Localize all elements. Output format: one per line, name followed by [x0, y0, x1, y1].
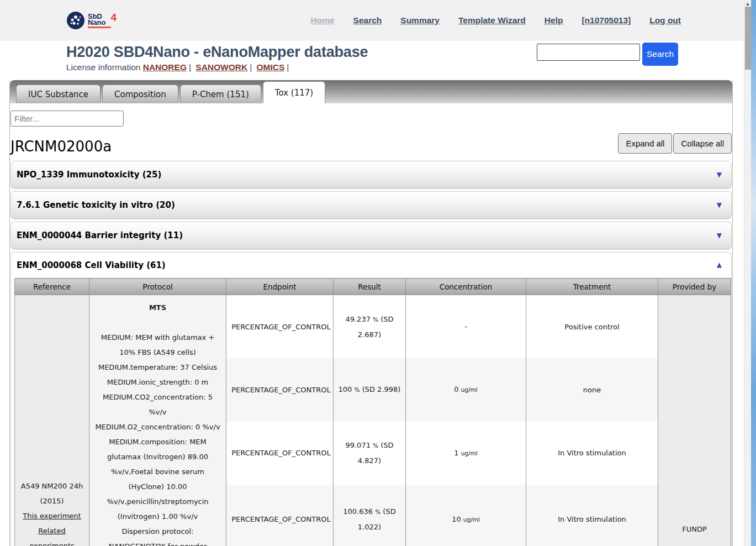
- concentration-cell: 1 ug/ml: [406, 422, 526, 485]
- table-row: A549 NM200 24h (2015) This experiment Re…: [15, 295, 731, 359]
- sbd4nano-logo[interactable]: SbD Nano 4: [66, 11, 111, 30]
- nav-link-summary[interactable]: Summary: [400, 15, 440, 25]
- col-header-provided-by: Provided by: [658, 279, 731, 295]
- result-cell: 99.071 % (SD 4.827): [334, 422, 406, 485]
- provided-by-value: FUNDP: [658, 522, 731, 537]
- tab-iuc-substance[interactable]: IUC Substance: [16, 85, 101, 103]
- protocol-cell: MTS MEDIUM: MEM with glutamax + 10% FBS …: [89, 295, 226, 546]
- chevron-down-icon: ▼: [717, 171, 722, 179]
- main-container: IUC Substance Composition P-Chem (151) T…: [9, 80, 733, 546]
- protocol-name: MTS: [95, 300, 220, 315]
- page-header: H2020 SBD4Nano - eNanoMapper database Se…: [0, 44, 744, 83]
- license-link-nanoreg[interactable]: NANOREG: [143, 62, 187, 72]
- license-label: License information: [66, 62, 140, 72]
- expand-all-button[interactable]: Expand all: [618, 133, 672, 154]
- reference-cell: A549 NM200 24h (2015) This experiment Re…: [15, 295, 89, 546]
- accordion-genetic-toxicity[interactable]: 7.6.1 Genetic toxicity in vitro (20) ▼: [10, 191, 732, 219]
- logo-molecule-icon: [66, 11, 85, 30]
- tab-tox[interactable]: Tox (117): [263, 81, 325, 103]
- nav-links: Home Search Summary Template Wizard Help…: [311, 15, 681, 25]
- treatment-cell: Positive control: [526, 295, 658, 359]
- related-experiments-link[interactable]: Related experiments: [15, 523, 89, 546]
- treatment-cell: none: [526, 358, 658, 422]
- nav-link-template-wizard[interactable]: Template Wizard: [458, 15, 526, 25]
- chevron-down-icon: ▼: [717, 232, 722, 239]
- endpoint-cell: PERCENTAGE_OF_CONTROL: [226, 358, 334, 422]
- nav-link-help[interactable]: Help: [544, 15, 563, 25]
- treatment-cell: In Vitro stimulation: [526, 422, 658, 485]
- concentration-cell: 0 ug/ml: [406, 358, 526, 422]
- provided-by-cell: FUNDP: [658, 295, 731, 546]
- vertical-scrollbar[interactable]: ▲: [744, 0, 751, 546]
- tox-panel: Expand all Collapse all JRCNM02000a NPO_…: [10, 103, 732, 546]
- logo-number: 4: [110, 14, 117, 20]
- accordion-cell-viability-section: ENM_0000068 Cell Viability (61) ▲ Refere…: [10, 252, 732, 546]
- table-header-row: Reference Protocol Endpoint Result Conce…: [15, 279, 731, 295]
- treatment-cell: In Vitro stimulation: [526, 485, 658, 546]
- result-cell: 100.636 % (SD 1.022): [334, 485, 406, 546]
- license-link-omics[interactable]: OMICS: [257, 62, 285, 72]
- filter-input[interactable]: [10, 111, 124, 127]
- chevron-down-icon: ▼: [717, 201, 722, 209]
- window-edge: [751, 0, 756, 546]
- collapse-all-button[interactable]: Collapse all: [673, 133, 732, 154]
- nav-link-search[interactable]: Search: [353, 15, 382, 25]
- result-cell: 49.237 % (SD 2.687): [334, 295, 406, 359]
- col-header-result: Result: [334, 279, 406, 295]
- reference-title: A549 NM200 24h (2015): [15, 479, 89, 508]
- endpoint-cell: PERCENTAGE_OF_CONTROL: [226, 422, 334, 485]
- endpoint-cell: PERCENTAGE_OF_CONTROL: [226, 485, 334, 546]
- tab-composition[interactable]: Composition: [102, 85, 178, 103]
- this-experiment-link[interactable]: This experiment: [15, 508, 89, 523]
- result-cell: 100 % (SD 2.998): [334, 358, 406, 422]
- search-button[interactable]: Search: [642, 43, 678, 66]
- concentration-cell: 10 ug/ml: [406, 485, 526, 546]
- tab-strip: IUC Substance Composition P-Chem (151) T…: [10, 80, 732, 103]
- logo-line2: Nano: [88, 19, 111, 25]
- accordion-cell-viability[interactable]: ENM_0000068 Cell Viability (61) ▲: [11, 253, 731, 278]
- accordion-buttons: Expand all Collapse all: [618, 133, 732, 154]
- scrollbar-thumb[interactable]: [745, 7, 751, 70]
- results-table: Reference Protocol Endpoint Result Conce…: [14, 278, 731, 546]
- page: SbD Nano 4 Home Search Summary Template …: [0, 0, 744, 546]
- accordion-barrier-integrity[interactable]: ENM_0000044 Barrier integrity (11) ▼: [10, 222, 732, 249]
- col-header-treatment: Treatment: [526, 279, 658, 295]
- chevron-up-icon: ▲: [717, 261, 722, 269]
- col-header-protocol: Protocol: [89, 279, 226, 295]
- accordion-immunotoxicity[interactable]: NPO_1339 Immunotoxicity (25) ▼: [10, 161, 732, 188]
- tab-pchem[interactable]: P-Chem (151): [180, 85, 261, 103]
- logo-tagline: [88, 27, 111, 28]
- search-input[interactable]: [537, 44, 640, 61]
- nav-link-user[interactable]: [n10705013]: [581, 15, 631, 25]
- license-link-sanowork[interactable]: SANOWORK: [195, 62, 247, 72]
- endpoint-cell: PERCENTAGE_OF_CONTROL: [226, 295, 334, 359]
- col-header-reference: Reference: [15, 279, 89, 295]
- concentration-cell: -: [406, 295, 526, 359]
- nav-link-logout[interactable]: Log out: [649, 15, 681, 25]
- top-nav: SbD Nano 4 Home Search Summary Template …: [0, 0, 744, 41]
- col-header-endpoint: Endpoint: [226, 279, 334, 295]
- col-header-concentration: Concentration: [406, 279, 526, 295]
- nav-link-home[interactable]: Home: [311, 15, 335, 25]
